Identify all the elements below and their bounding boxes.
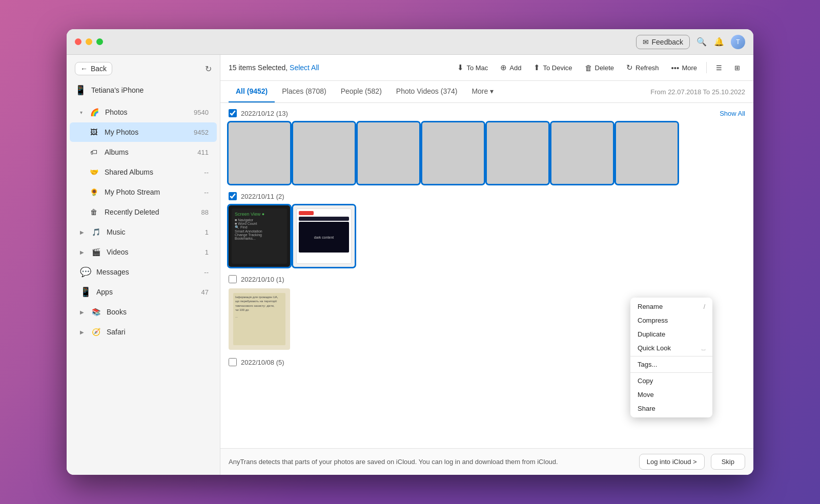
tab-people[interactable]: People (582)	[334, 81, 389, 102]
list-view-button[interactable]: ☰	[711, 61, 727, 75]
sidebar-item-photos[interactable]: ▾ 🌈 Photos 9540	[70, 102, 217, 122]
context-menu-tags[interactable]: Tags...	[630, 358, 712, 371]
date-group-2-checkbox[interactable]	[229, 192, 237, 200]
photos-icon: 🌈	[89, 107, 100, 118]
apps-count: 47	[201, 288, 209, 296]
photo-image	[551, 122, 613, 184]
date-group-3-checkbox[interactable]	[229, 275, 237, 283]
bell-icon[interactable]: 🔔	[713, 36, 725, 48]
to-device-icon: ⬆	[534, 63, 540, 72]
photo-thumb[interactable]	[293, 122, 355, 184]
select-all-link[interactable]: Select All	[290, 64, 319, 72]
icloud-login-button[interactable]: Log into iCloud >	[639, 454, 705, 470]
grid-view-icon: ⊞	[734, 64, 740, 72]
skip-button[interactable]: Skip	[711, 454, 745, 470]
recently-deleted-icon: 🗑	[88, 206, 99, 218]
date-header-2: 2022/10/11 (2)	[229, 192, 745, 200]
grid-view-button[interactable]: ⊞	[729, 61, 745, 75]
photo-thumb[interactable]: dark content	[293, 205, 355, 267]
to-device-button[interactable]: ⬆ To Device	[528, 60, 577, 75]
search-icon[interactable]: 🔍	[696, 36, 707, 48]
feedback-button[interactable]: ✉ Feedback	[636, 35, 690, 49]
avatar[interactable]: T	[731, 35, 745, 49]
context-menu-copy[interactable]: Copy	[630, 374, 712, 388]
sidebar-item-videos[interactable]: ▶ 🎬 Videos 1	[70, 242, 217, 262]
tab-photo-videos[interactable]: Photo Videos (374)	[389, 81, 465, 102]
refresh-button[interactable]: ↻ Refresh	[621, 60, 664, 75]
maximize-button[interactable]	[96, 38, 103, 45]
shared-albums-label: Shared Albums	[105, 168, 153, 176]
show-all-1[interactable]: Show All	[720, 110, 745, 117]
tab-more[interactable]: More ▾	[464, 81, 501, 102]
date-group-4-checkbox[interactable]	[229, 358, 237, 366]
delete-button[interactable]: 🗑 Delete	[580, 60, 620, 75]
device-icon: 📱	[75, 85, 86, 96]
date-group-1-checkbox[interactable]	[229, 109, 237, 117]
feedback-label: Feedback	[652, 38, 683, 46]
context-menu-share[interactable]: Share	[630, 402, 712, 415]
refresh-icon[interactable]: ↻	[205, 64, 212, 74]
toolbar-actions: ⬇ To Mac ⊕ Add ⬆ To Device 🗑 Delete	[452, 60, 745, 75]
sidebar-item-recently-deleted[interactable]: 🗑 Recently Deleted 88	[70, 202, 217, 222]
photo-thumb[interactable]	[358, 122, 419, 184]
photo-thumb[interactable]: Screen View ● ■ Navigator ■ Word Count 🔍…	[229, 205, 290, 267]
sidebar-item-my-photos[interactable]: 🖼 My Photos 9452	[70, 122, 217, 142]
photo-image	[229, 122, 290, 184]
photo-thumb[interactable]	[229, 122, 290, 184]
date-label-3: 2022/10/10 (1)	[241, 276, 284, 283]
photo-image: dark content	[293, 205, 355, 267]
app-window: ✉ Feedback 🔍 🔔 T ← Back ↻ 📱 Tetiana's i	[67, 29, 753, 475]
sidebar-item-music[interactable]: ▶ 🎵 Music 1	[70, 222, 217, 242]
sidebar-item-albums[interactable]: 🏷 Albums 411	[70, 142, 217, 162]
videos-label: Videos	[107, 248, 129, 256]
more-label: More	[682, 64, 697, 72]
context-menu-rename[interactable]: Rename /	[630, 300, 712, 313]
context-menu-divider-2	[630, 372, 712, 373]
context-menu-move[interactable]: Move	[630, 388, 712, 402]
photo-image	[616, 122, 678, 184]
photo-thumb[interactable]	[422, 122, 484, 184]
sidebar-item-messages[interactable]: 💬 Messages --	[70, 262, 217, 282]
photo-thumb[interactable]	[551, 122, 613, 184]
sidebar-item-shared-albums[interactable]: 🤝 Shared Albums --	[70, 162, 217, 182]
minimize-button[interactable]	[86, 38, 92, 45]
albums-count: 411	[197, 149, 209, 156]
photo-thumb[interactable]: Інформація для громадян UA, що перебуваю…	[229, 288, 290, 350]
sidebar-section: ▾ 🌈 Photos 9540 🖼 My Photos 9452 🏷 Album…	[67, 100, 220, 344]
tab-places[interactable]: Places (8708)	[275, 81, 333, 102]
photo-thumb[interactable]	[616, 122, 678, 184]
sidebar-item-apps[interactable]: 📱 Apps 47	[70, 282, 217, 302]
music-label: Music	[107, 228, 126, 236]
sidebar-item-books[interactable]: ▶ 📚 Books	[70, 302, 217, 322]
sidebar-item-safari[interactable]: ▶ 🧭 Safari	[70, 322, 217, 342]
safari-icon: 🧭	[90, 326, 101, 338]
to-device-label: To Device	[543, 64, 572, 72]
date-label-4: 2022/10/08 (5)	[241, 359, 284, 366]
date-group-1: 2022/10/12 (13) Show All	[229, 109, 745, 184]
to-mac-button[interactable]: ⬇ To Mac	[452, 60, 493, 75]
recently-deleted-label: Recently Deleted	[105, 208, 159, 216]
more-button[interactable]: ••• More	[666, 60, 702, 75]
back-arrow-icon: ←	[80, 65, 88, 73]
my-photos-count: 9452	[194, 129, 209, 136]
sidebar-item-my-photo-stream[interactable]: 🌻 My Photo Stream --	[70, 182, 217, 202]
photo-area[interactable]: 2022/10/12 (13) Show All	[220, 103, 753, 448]
back-label: Back	[91, 65, 107, 73]
photo-image	[358, 122, 419, 184]
close-button[interactable]	[75, 38, 81, 45]
tab-all[interactable]: All (9452)	[229, 81, 275, 102]
sidebar-header: ← Back ↻	[67, 55, 220, 80]
date-label-2: 2022/10/11 (2)	[241, 193, 284, 200]
context-menu: Rename / Compress Duplicate Quick Look ⎵	[630, 298, 712, 417]
safari-chevron-icon: ▶	[80, 329, 84, 335]
my-photos-icon: 🖼	[88, 127, 99, 138]
back-button[interactable]: ← Back	[75, 62, 112, 75]
add-button[interactable]: ⊕ Add	[495, 60, 526, 75]
photo-image	[422, 122, 484, 184]
context-menu-quicklook[interactable]: Quick Look ⎵	[630, 341, 712, 355]
context-menu-compress[interactable]: Compress	[630, 313, 712, 327]
context-menu-duplicate[interactable]: Duplicate	[630, 327, 712, 341]
feedback-icon: ✉	[643, 38, 649, 46]
photo-thumb[interactable]	[487, 122, 548, 184]
my-photo-stream-icon: 🌻	[88, 186, 99, 198]
